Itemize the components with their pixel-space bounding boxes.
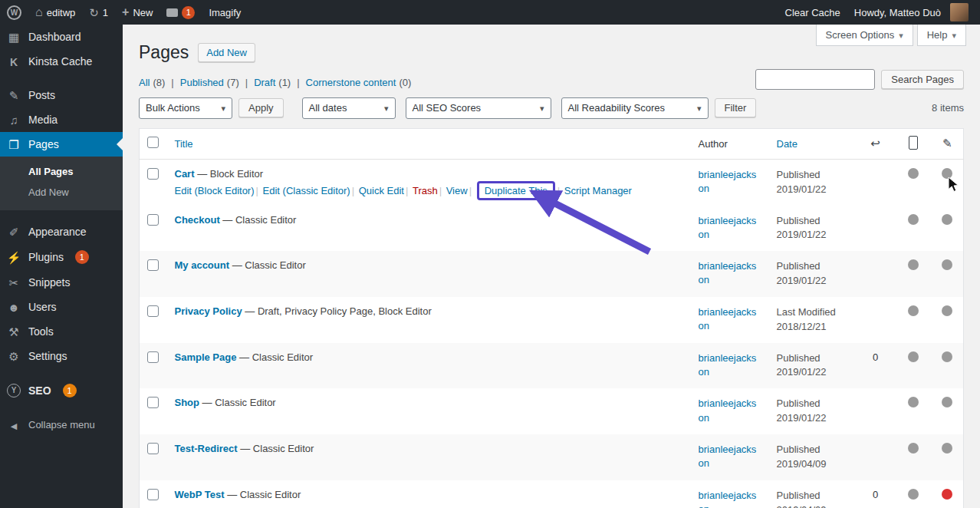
sidebar-item-dashboard[interactable]: Dashboard <box>0 25 123 49</box>
page-title-link[interactable]: Checkout <box>175 214 220 226</box>
table-row: Sample Page — Classic Editor brianleejac… <box>140 343 964 389</box>
updates-icon <box>89 7 99 18</box>
sidebar-item-users[interactable]: Users <box>0 295 123 319</box>
account-menu[interactable]: Howdy, Matteo Duò <box>847 0 975 25</box>
dates-filter-select[interactable]: All dates <box>302 97 396 119</box>
plugins-badge: 1 <box>75 250 89 264</box>
date-value: 2019/01/22 <box>777 228 849 242</box>
action-edit-block-editor[interactable]: Edit (Block Editor) <box>175 185 255 196</box>
sidebar-item-appearance[interactable]: Appearance <box>0 219 123 244</box>
filter-draft: Draft(1) <box>239 77 291 88</box>
page-title-link[interactable]: Shop <box>175 397 200 408</box>
wordpress-logo-menu[interactable] <box>0 0 28 25</box>
filter-cornerstone: Cornerstone content(0) <box>291 77 411 88</box>
settings-icon <box>6 351 21 362</box>
sidebar-item-plugins[interactable]: Plugins 1 <box>0 244 123 270</box>
post-state: — Classic Editor <box>199 397 276 408</box>
select-all-checkbox[interactable] <box>147 137 159 148</box>
sidebar-item-media[interactable]: Media <box>0 107 123 132</box>
seo-badge: 1 <box>63 384 77 397</box>
row-checkbox[interactable] <box>147 489 159 500</box>
yoast-seo-icon <box>6 384 21 397</box>
author-link[interactable]: brianleejackson <box>699 443 761 470</box>
menu-separator <box>0 210 123 219</box>
author-link[interactable]: brianleejackson <box>699 305 761 333</box>
post-state: — Block Editor <box>195 168 264 180</box>
page-title-link[interactable]: WebP Test <box>175 489 225 500</box>
sidebar-item-settings[interactable]: Settings <box>0 344 123 368</box>
bulk-actions-select[interactable]: Bulk Actions <box>139 97 232 119</box>
author-link[interactable]: brianleejackson <box>699 489 761 508</box>
add-new-button[interactable]: Add New <box>198 43 255 62</box>
readability-scores-select[interactable]: All Readability Scores <box>561 97 709 119</box>
action-duplicate-this[interactable]: Duplicate This <box>485 185 548 196</box>
site-name-menu[interactable]: editwp <box>28 0 82 25</box>
date-status: Published <box>777 397 849 411</box>
sidebar-item-pages[interactable]: Pages <box>0 132 123 157</box>
scissors-icon <box>6 277 21 289</box>
page-title-link[interactable]: Cart <box>175 168 195 180</box>
sidebar-item-kinsta-cache[interactable]: Kinsta Cache <box>0 49 123 74</box>
row-checkbox[interactable] <box>147 168 159 180</box>
action-trash[interactable]: Trash <box>413 185 438 196</box>
row-checkbox[interactable] <box>147 351 159 363</box>
imagify-menu[interactable]: Imagify <box>202 0 248 25</box>
row-checkbox[interactable] <box>147 397 159 408</box>
sidebar-item-seo[interactable]: SEO 1 <box>0 378 123 404</box>
updates-menu[interactable]: 1 <box>82 0 115 25</box>
chevron-down-icon <box>899 29 903 41</box>
row-checkbox[interactable] <box>147 443 159 454</box>
column-header-author: Author <box>699 138 728 150</box>
page-title-link[interactable]: Test-Redirect <box>175 443 238 454</box>
post-state: — Classic Editor <box>238 443 314 454</box>
submenu-item-add-new[interactable]: Add New <box>0 182 123 203</box>
submenu-item-all-pages[interactable]: All Pages <box>0 161 123 182</box>
row-checkbox[interactable] <box>147 259 159 271</box>
author-link[interactable]: brianleejackson <box>699 214 761 242</box>
action-script-manager[interactable]: Script Manager <box>564 185 632 196</box>
author-link[interactable]: brianleejackson <box>699 397 761 424</box>
table-toolbar: Bulk Actions Apply All dates All SEO Sco… <box>123 88 980 119</box>
action-view[interactable]: View <box>446 185 468 196</box>
table-row: Shop — Classic Editor brianleejackson Pu… <box>140 388 964 434</box>
date-status: Published <box>777 168 849 183</box>
action-quick-edit[interactable]: Quick Edit <box>359 185 404 196</box>
readability-score-dot <box>942 168 952 179</box>
apply-button[interactable]: Apply <box>238 98 284 117</box>
author-link[interactable]: brianleejackson <box>699 168 761 196</box>
row-checkbox[interactable] <box>147 305 159 317</box>
sidebar-item-snippets[interactable]: Snippets <box>0 270 123 295</box>
row-checkbox[interactable] <box>147 214 159 226</box>
date-value: 2019/01/22 <box>777 411 849 426</box>
readability-score-dot <box>942 489 952 500</box>
annotation-highlight-box: Duplicate This <box>477 181 555 200</box>
filter-button[interactable]: Filter <box>715 98 757 117</box>
action-edit-classic-editor[interactable]: Edit (Classic Editor) <box>263 185 350 196</box>
search-pages-button[interactable]: Search Pages <box>881 70 964 89</box>
page-title-link[interactable]: My account <box>175 259 230 271</box>
post-state: — Draft, Privacy Policy Page, Block Edit… <box>242 305 432 317</box>
column-header-title[interactable]: Title <box>175 138 193 150</box>
comments-menu[interactable]: 1 <box>159 0 202 25</box>
sidebar-item-tools[interactable]: Tools <box>0 319 123 344</box>
redirect-icon <box>864 137 887 150</box>
comments-badge: 1 <box>182 6 195 19</box>
search-input[interactable] <box>755 69 875 90</box>
howdy-label: Howdy, Matteo Duò <box>854 7 941 18</box>
author-link[interactable]: brianleejackson <box>699 351 761 379</box>
author-link[interactable]: brianleejackson <box>699 259 761 287</box>
sidebar-item-posts[interactable]: Posts <box>0 83 123 107</box>
date-value: 2019/01/22 <box>777 274 849 289</box>
tools-icon <box>6 326 21 338</box>
page-title-link[interactable]: Privacy Policy <box>175 305 242 317</box>
column-header-date[interactable]: Date <box>777 138 797 150</box>
clear-cache-button[interactable]: Clear Cache <box>778 0 847 25</box>
page-title-link[interactable]: Sample Page <box>175 351 237 363</box>
seo-scores-select[interactable]: All SEO Scores <box>406 97 551 119</box>
screen-options-button[interactable]: Screen Options <box>816 25 913 46</box>
new-content-menu[interactable]: New <box>115 0 159 25</box>
seo-score-dot <box>908 489 919 500</box>
help-button[interactable]: Help <box>917 25 966 46</box>
sidebar-item-collapse-menu[interactable]: Collapse menu <box>0 413 123 437</box>
admin-bar: editwp 1 New 1 Imagify Clear Cache <box>0 0 980 25</box>
